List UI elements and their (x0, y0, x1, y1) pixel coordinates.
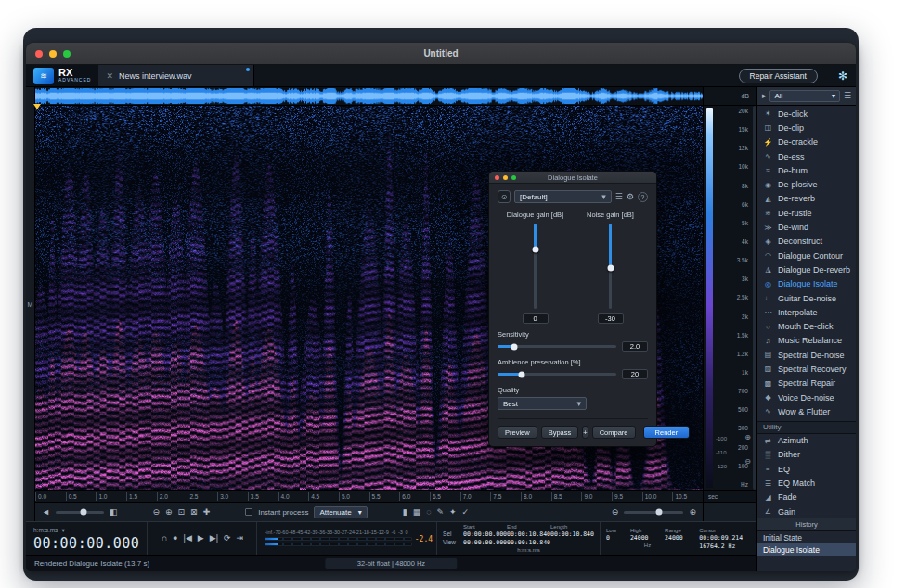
module-item[interactable]: ○ Mouth De-click (757, 319, 856, 333)
repair-assistant-button[interactable]: Repair Assistant (739, 69, 818, 83)
sensitivity-slider-thumb[interactable] (511, 343, 517, 350)
module-item[interactable]: ∿ De-ess (757, 149, 856, 163)
compare-button[interactable]: Compare (592, 426, 636, 439)
module-item[interactable]: ✶ De-click (757, 107, 856, 121)
dialog-titlebar[interactable]: Dialogue Isolate (489, 172, 656, 184)
magnifier-icon[interactable]: ⊕ (689, 508, 696, 517)
find-similar-icon[interactable]: ✓ (462, 508, 470, 517)
module-item[interactable]: ◭ De-reverb (757, 192, 856, 206)
waveform-overview[interactable] (35, 87, 703, 106)
module-item[interactable]: ▤ Spectral De-noise (757, 348, 856, 362)
play-icon[interactable]: ▶ (198, 534, 204, 543)
waveform-overview-canvas[interactable] (35, 87, 703, 105)
loop-icon[interactable]: ⟳ (224, 534, 231, 543)
dialogue-gain-slider[interactable] (534, 224, 537, 309)
dialogue-gain-slider-thumb[interactable] (532, 246, 538, 252)
pan-icon[interactable]: ✚ (203, 508, 211, 517)
instant-process-checkbox[interactable] (245, 508, 252, 516)
time-ruler[interactable]: 0.00.51.01.52.02.53.03.54.04.55.05.56.06… (35, 490, 703, 502)
preset-menu-icon[interactable]: ☰ (615, 193, 623, 201)
history-item[interactable]: Dialogue Isolate (757, 543, 856, 556)
time-display[interactable]: h:m:s.ms ▾ 00:00:00.000 (26, 522, 148, 555)
module-power-button[interactable]: ⊙ (498, 190, 511, 203)
tab-close-icon[interactable]: ✕ (106, 71, 113, 81)
zoom-selection-icon[interactable]: ⊡ (178, 508, 186, 517)
skip-to-start-icon[interactable]: |◀ (184, 534, 192, 543)
module-item[interactable]: ♩ Guitar De-noise (757, 291, 856, 305)
v-zoom-out-icon[interactable]: ⊖ (744, 457, 751, 466)
sensitivity-slider[interactable] (498, 345, 616, 348)
module-item[interactable]: ▩ Spectral Repair (757, 377, 856, 390)
channel-strip[interactable]: M (26, 87, 35, 521)
playhead-marker[interactable] (33, 104, 41, 109)
speaker-icon[interactable]: ◄ (42, 508, 50, 517)
monitor-volume-slider[interactable] (56, 511, 104, 514)
wave-spectrogram-balance-icon[interactable]: ◧ (110, 508, 118, 517)
dialog-minimize-button[interactable] (503, 175, 508, 180)
quality-select[interactable]: Best ▾ (498, 397, 587, 410)
ambience-preservation-slider[interactable] (498, 373, 616, 376)
monitor-icon[interactable]: ∩ (162, 534, 167, 543)
noise-gain-slider-thumb[interactable] (607, 264, 614, 271)
history-header[interactable]: History (757, 518, 856, 531)
file-tab[interactable]: ✕ News interview.wav (98, 65, 254, 86)
module-filter-select[interactable]: All ▾ (769, 90, 839, 102)
settings-gear-icon[interactable]: ⚙ (627, 193, 634, 201)
assistant-sparkle-icon[interactable]: ✻ (838, 70, 847, 83)
module-item[interactable]: ▒ Dither (757, 448, 856, 462)
module-item[interactable]: ◉ De-plosive (757, 177, 856, 191)
v-zoom-in-icon[interactable]: ⊕ (744, 433, 751, 441)
render-button[interactable]: Render (643, 426, 691, 439)
bypass-plus-button[interactable]: + (582, 426, 588, 439)
module-item[interactable]: ⚡ De-crackle (757, 135, 856, 149)
module-item[interactable]: ≡ EQ (757, 462, 856, 476)
module-item[interactable]: ⇄ Azimuth (757, 434, 856, 448)
peak-readout[interactable]: -2.4 (415, 534, 433, 543)
zoom-in-icon[interactable]: ⊕ (165, 508, 173, 517)
module-item[interactable]: ∿ Wow & Flutter (757, 404, 856, 418)
dialogue-gain-value[interactable]: 0 (523, 313, 549, 324)
module-item[interactable]: ◮ Dialogue De-reverb (757, 262, 856, 276)
horizontal-zoom-slider[interactable] (624, 511, 683, 514)
module-item[interactable]: ◆ Voice De-noise (757, 390, 856, 404)
dialog-close-button[interactable] (495, 175, 499, 180)
module-item[interactable]: ≈ De-hum (757, 163, 856, 177)
dialog-zoom-button[interactable] (511, 175, 516, 180)
module-item[interactable]: ◎ Dialogue Isolate (757, 277, 856, 291)
lasso-tool-icon[interactable]: ◌ (426, 508, 431, 517)
module-item[interactable]: ☰ EQ Match (757, 476, 856, 490)
time-selection-tool-icon[interactable]: ▮ (403, 508, 407, 517)
time-format-label[interactable]: h:m:s.ms (33, 527, 58, 533)
module-item[interactable]: ≫ De-wind (757, 220, 856, 234)
ambience-preservation-value[interactable]: 20 (622, 369, 648, 379)
bypass-button[interactable]: Bypass (541, 426, 579, 439)
window-titlebar[interactable]: Untitled (26, 43, 856, 65)
module-item[interactable]: ⋯ Interpolate (757, 305, 856, 319)
history-item[interactable]: Initial State (757, 531, 856, 543)
module-item[interactable]: ∠ Gain (757, 505, 856, 518)
module-item[interactable]: ◠ Dialogue Contour (757, 249, 856, 262)
go-to-marker-icon[interactable]: ⇥ (237, 534, 244, 543)
zoom-out-icon[interactable]: ⊖ (152, 508, 160, 517)
wand-tool-icon[interactable]: ✦ (449, 508, 457, 517)
noise-gain-slider[interactable] (609, 224, 612, 309)
h-zoom-out-icon[interactable]: ⊖ (612, 508, 619, 517)
module-item[interactable]: ≋ De-rustle (757, 206, 856, 220)
brush-tool-icon[interactable]: ✎ (437, 508, 445, 517)
module-item[interactable]: ♫ Music Rebalance (757, 334, 856, 348)
process-mode-select[interactable]: Attenuate ▾ (314, 506, 367, 518)
ambience-preservation-slider-thumb[interactable] (518, 371, 524, 377)
time-frequency-selection-tool-icon[interactable]: ▦ (413, 508, 421, 517)
module-item[interactable]: ◢ Fade (757, 491, 856, 505)
module-item[interactable]: ◈ Deconstruct (757, 235, 856, 249)
sensitivity-value[interactable]: 2.0 (622, 341, 648, 352)
module-menu-icon[interactable]: ☰ (844, 92, 851, 100)
vertical-scrollbar[interactable] (753, 106, 756, 490)
help-icon[interactable]: ? (638, 192, 648, 202)
record-icon[interactable]: ● (173, 534, 177, 543)
spectrogram[interactable]: Dialogue Isolate ⊙ [Default] ▾ (35, 106, 703, 490)
module-item[interactable]: ◫ De-clip (757, 121, 856, 134)
skip-to-end-icon[interactable]: ▶| (210, 534, 218, 543)
level-meter[interactable]: -inf.-70-60-48-45-42-39-36-33-30-27-24-2… (257, 522, 437, 555)
module-item[interactable]: ▨ Spectral Recovery (757, 362, 856, 376)
